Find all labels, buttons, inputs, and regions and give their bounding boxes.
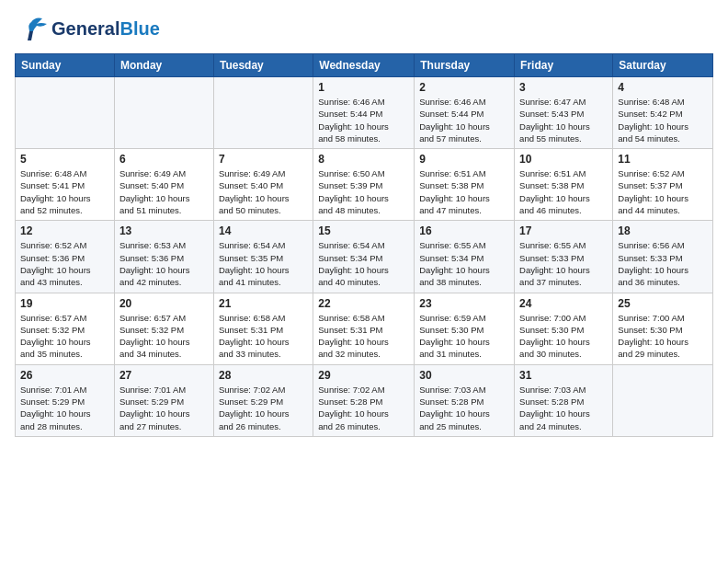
day-number: 27	[119, 369, 209, 382]
calendar-day-cell: 20Sunrise: 6:57 AM Sunset: 5:32 PM Dayli…	[114, 293, 213, 364]
calendar-day-cell: 7Sunrise: 6:49 AM Sunset: 5:40 PM Daylig…	[213, 149, 313, 221]
day-number: 19	[20, 297, 109, 310]
day-info: Sunrise: 6:51 AM Sunset: 5:38 PM Dayligh…	[519, 167, 608, 216]
day-info: Sunrise: 6:48 AM Sunset: 5:42 PM Dayligh…	[618, 96, 708, 144]
day-number: 22	[318, 297, 409, 310]
calendar-body: 1Sunrise: 6:46 AM Sunset: 5:44 PM Daylig…	[16, 77, 713, 437]
day-number: 12	[20, 224, 109, 237]
weekday-header-cell: Tuesday	[213, 54, 313, 77]
day-info: Sunrise: 7:02 AM Sunset: 5:28 PM Dayligh…	[318, 384, 409, 432]
calendar-day-cell: 6Sunrise: 6:49 AM Sunset: 5:40 PM Daylig…	[114, 149, 213, 221]
day-number: 31	[519, 369, 608, 382]
day-info: Sunrise: 6:58 AM Sunset: 5:31 PM Dayligh…	[219, 312, 308, 361]
day-number: 7	[219, 153, 308, 166]
day-number: 30	[419, 369, 509, 382]
calendar-day-cell: 26Sunrise: 7:01 AM Sunset: 5:29 PM Dayli…	[16, 364, 115, 436]
day-number: 15	[318, 224, 409, 237]
calendar-day-cell: 1Sunrise: 6:46 AM Sunset: 5:44 PM Daylig…	[313, 77, 415, 149]
day-number: 10	[519, 153, 608, 166]
calendar-day-cell: 17Sunrise: 6:55 AM Sunset: 5:33 PM Dayli…	[515, 221, 613, 293]
calendar-day-cell: 12Sunrise: 6:52 AM Sunset: 5:36 PM Dayli…	[16, 221, 115, 293]
day-info: Sunrise: 6:58 AM Sunset: 5:31 PM Dayligh…	[318, 312, 409, 361]
calendar-day-cell: 28Sunrise: 7:02 AM Sunset: 5:29 PM Dayli…	[213, 364, 313, 436]
calendar-day-cell: 27Sunrise: 7:01 AM Sunset: 5:29 PM Dayli…	[114, 364, 213, 436]
calendar-day-cell: 13Sunrise: 6:53 AM Sunset: 5:36 PM Dayli…	[114, 221, 213, 293]
calendar-day-cell: 24Sunrise: 7:00 AM Sunset: 5:30 PM Dayli…	[515, 293, 613, 364]
logo-text: GeneralBlue	[51, 18, 160, 39]
calendar-day-cell: 4Sunrise: 6:48 AM Sunset: 5:42 PM Daylig…	[613, 77, 713, 149]
day-info: Sunrise: 6:57 AM Sunset: 5:32 PM Dayligh…	[119, 312, 209, 361]
calendar-day-cell: 14Sunrise: 6:54 AM Sunset: 5:35 PM Dayli…	[213, 221, 313, 293]
calendar-day-cell: 21Sunrise: 6:58 AM Sunset: 5:31 PM Dayli…	[213, 293, 313, 364]
day-info: Sunrise: 6:54 AM Sunset: 5:35 PM Dayligh…	[219, 239, 308, 288]
calendar-day-cell: 31Sunrise: 7:03 AM Sunset: 5:28 PM Dayli…	[515, 364, 613, 436]
weekday-header-cell: Wednesday	[313, 54, 415, 77]
calendar-week-row: 26Sunrise: 7:01 AM Sunset: 5:29 PM Dayli…	[16, 364, 713, 436]
day-number: 14	[219, 224, 308, 237]
calendar-day-cell: 9Sunrise: 6:51 AM Sunset: 5:38 PM Daylig…	[415, 149, 515, 221]
calendar-day-cell: 10Sunrise: 6:51 AM Sunset: 5:38 PM Dayli…	[515, 149, 613, 221]
calendar-table: SundayMondayTuesdayWednesdayThursdayFrid…	[15, 53, 713, 437]
calendar-day-cell: 2Sunrise: 6:46 AM Sunset: 5:44 PM Daylig…	[415, 77, 515, 149]
calendar-day-cell: 25Sunrise: 7:00 AM Sunset: 5:30 PM Dayli…	[613, 293, 713, 364]
day-number: 4	[618, 81, 708, 94]
day-info: Sunrise: 6:51 AM Sunset: 5:38 PM Dayligh…	[419, 167, 509, 216]
calendar-day-cell: 23Sunrise: 6:59 AM Sunset: 5:30 PM Dayli…	[415, 293, 515, 364]
calendar-week-row: 5Sunrise: 6:48 AM Sunset: 5:41 PM Daylig…	[16, 149, 713, 221]
calendar-day-cell	[613, 364, 713, 436]
day-info: Sunrise: 7:00 AM Sunset: 5:30 PM Dayligh…	[519, 312, 608, 361]
day-number: 26	[20, 369, 109, 382]
calendar-week-row: 12Sunrise: 6:52 AM Sunset: 5:36 PM Dayli…	[16, 221, 713, 293]
day-info: Sunrise: 6:54 AM Sunset: 5:34 PM Dayligh…	[318, 239, 409, 288]
day-number: 2	[419, 81, 509, 94]
calendar-day-cell: 22Sunrise: 6:58 AM Sunset: 5:31 PM Dayli…	[313, 293, 415, 364]
day-info: Sunrise: 6:53 AM Sunset: 5:36 PM Dayligh…	[119, 239, 209, 288]
day-number: 24	[519, 297, 608, 310]
day-info: Sunrise: 7:01 AM Sunset: 5:29 PM Dayligh…	[20, 384, 109, 432]
calendar-day-cell	[213, 77, 313, 149]
calendar-day-cell	[114, 77, 213, 149]
day-number: 17	[519, 224, 608, 237]
calendar-week-row: 19Sunrise: 6:57 AM Sunset: 5:32 PM Dayli…	[16, 293, 713, 364]
day-number: 3	[519, 81, 608, 94]
day-info: Sunrise: 7:00 AM Sunset: 5:30 PM Dayligh…	[618, 312, 708, 361]
day-number: 16	[419, 224, 509, 237]
day-number: 11	[618, 153, 708, 166]
day-number: 5	[20, 153, 109, 166]
calendar-day-cell: 15Sunrise: 6:54 AM Sunset: 5:34 PM Dayli…	[313, 221, 415, 293]
day-number: 18	[618, 224, 708, 237]
day-number: 20	[119, 297, 209, 310]
weekday-header-cell: Thursday	[415, 54, 515, 77]
calendar-day-cell: 18Sunrise: 6:56 AM Sunset: 5:33 PM Dayli…	[613, 221, 713, 293]
day-info: Sunrise: 7:03 AM Sunset: 5:28 PM Dayligh…	[519, 384, 608, 432]
day-info: Sunrise: 6:47 AM Sunset: 5:43 PM Dayligh…	[519, 96, 608, 144]
day-number: 13	[119, 224, 209, 237]
day-number: 8	[318, 153, 409, 166]
day-info: Sunrise: 6:57 AM Sunset: 5:32 PM Dayligh…	[20, 312, 109, 361]
calendar-day-cell: 3Sunrise: 6:47 AM Sunset: 5:43 PM Daylig…	[515, 77, 613, 149]
day-number: 29	[318, 369, 409, 382]
day-info: Sunrise: 6:59 AM Sunset: 5:30 PM Dayligh…	[419, 312, 509, 361]
day-number: 25	[618, 297, 708, 310]
day-info: Sunrise: 6:46 AM Sunset: 5:44 PM Dayligh…	[419, 96, 509, 144]
day-number: 9	[419, 153, 509, 166]
calendar-week-row: 1Sunrise: 6:46 AM Sunset: 5:44 PM Daylig…	[16, 77, 713, 149]
day-info: Sunrise: 6:55 AM Sunset: 5:33 PM Dayligh…	[519, 239, 608, 288]
calendar-day-cell	[16, 77, 115, 149]
calendar-day-cell: 16Sunrise: 6:55 AM Sunset: 5:34 PM Dayli…	[415, 221, 515, 293]
calendar-day-cell: 11Sunrise: 6:52 AM Sunset: 5:37 PM Dayli…	[613, 149, 713, 221]
calendar-day-cell: 5Sunrise: 6:48 AM Sunset: 5:41 PM Daylig…	[16, 149, 115, 221]
day-info: Sunrise: 6:50 AM Sunset: 5:39 PM Dayligh…	[318, 167, 409, 216]
day-info: Sunrise: 6:52 AM Sunset: 5:37 PM Dayligh…	[618, 167, 708, 216]
weekday-header-cell: Monday	[114, 54, 213, 77]
calendar-day-cell: 30Sunrise: 7:03 AM Sunset: 5:28 PM Dayli…	[415, 364, 515, 436]
weekday-header-cell: Sunday	[16, 54, 115, 77]
day-info: Sunrise: 6:49 AM Sunset: 5:40 PM Dayligh…	[219, 167, 308, 216]
page-header: GeneralBlue	[15, 15, 713, 42]
weekday-header-row: SundayMondayTuesdayWednesdayThursdayFrid…	[16, 54, 713, 77]
day-info: Sunrise: 6:52 AM Sunset: 5:36 PM Dayligh…	[20, 239, 109, 288]
day-info: Sunrise: 6:48 AM Sunset: 5:41 PM Dayligh…	[20, 167, 109, 216]
day-number: 23	[419, 297, 509, 310]
day-info: Sunrise: 7:03 AM Sunset: 5:28 PM Dayligh…	[419, 384, 509, 432]
day-info: Sunrise: 7:01 AM Sunset: 5:29 PM Dayligh…	[119, 384, 209, 432]
